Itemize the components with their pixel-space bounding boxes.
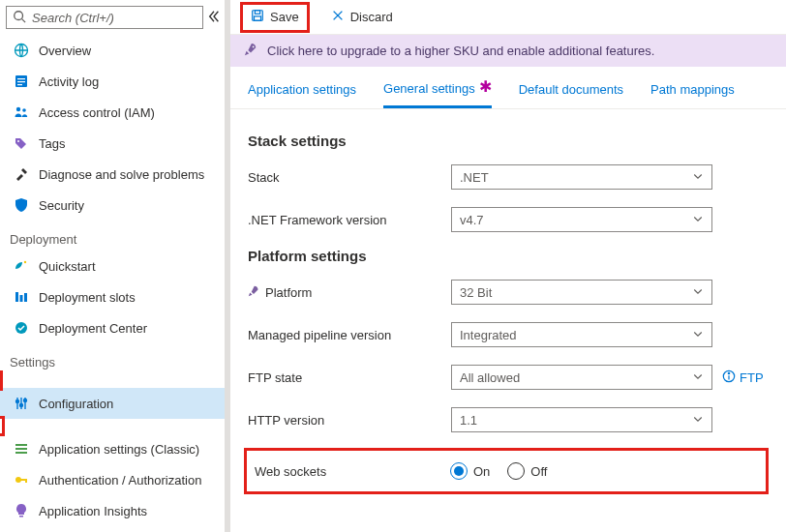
save-label: Save bbox=[270, 10, 299, 24]
select-ftp[interactable]: All allowed bbox=[451, 365, 712, 390]
chevron-down-icon bbox=[692, 370, 704, 385]
sidebar-item-auth[interactable]: Authentication / Authorization bbox=[0, 464, 230, 495]
svg-rect-4 bbox=[17, 78, 25, 79]
quickstart-icon bbox=[14, 258, 29, 274]
svg-point-7 bbox=[16, 107, 20, 111]
svg-line-1 bbox=[22, 18, 26, 22]
sidebar-item-activity-log[interactable]: Activity log bbox=[0, 66, 230, 97]
label-platform: Platform bbox=[265, 285, 312, 300]
sidebar-item-label: Overview bbox=[39, 44, 91, 58]
sidebar-item-label: Application settings (Classic) bbox=[39, 442, 199, 457]
svg-rect-26 bbox=[25, 479, 27, 483]
row-platform: Platform 32 Bit bbox=[248, 278, 769, 307]
svg-rect-11 bbox=[15, 292, 18, 302]
search-input[interactable]: Search (Ctrl+/) bbox=[6, 6, 203, 29]
section-title-stack: Stack settings bbox=[248, 133, 769, 149]
sidebar-item-app-settings-classic[interactable]: Application settings (Classic) bbox=[0, 433, 230, 464]
save-icon bbox=[251, 9, 264, 25]
row-pipeline: Managed pipeline version Integrated bbox=[248, 320, 769, 349]
svg-point-0 bbox=[15, 11, 23, 19]
svg-point-20 bbox=[24, 399, 27, 402]
select-value: 1.1 bbox=[460, 413, 477, 428]
tools-icon bbox=[14, 166, 29, 182]
save-button[interactable]: Save bbox=[243, 5, 307, 30]
row-framework: .NET Framework version v4.7 bbox=[248, 205, 769, 234]
svg-point-8 bbox=[22, 108, 26, 112]
discard-button[interactable]: Discard bbox=[323, 5, 401, 30]
sidebar-item-overview[interactable]: Overview bbox=[0, 35, 230, 66]
svg-point-19 bbox=[20, 404, 23, 407]
row-ftp: FTP state All allowed FTP bbox=[248, 363, 769, 392]
tab-label: Path mappings bbox=[650, 82, 735, 97]
section-title-platform: Platform settings bbox=[248, 248, 769, 264]
select-http[interactable]: 1.1 bbox=[451, 407, 712, 432]
tab-label: General settings bbox=[383, 81, 475, 96]
select-stack[interactable]: .NET bbox=[451, 164, 712, 190]
close-icon bbox=[331, 9, 345, 25]
svg-point-9 bbox=[17, 140, 19, 142]
radio-websockets-off[interactable]: Off bbox=[507, 462, 547, 480]
radio-label: On bbox=[473, 464, 490, 479]
search-placeholder: Search (Ctrl+/) bbox=[32, 11, 114, 25]
select-value: .NET bbox=[460, 170, 489, 185]
key-icon bbox=[14, 472, 29, 488]
svg-rect-12 bbox=[20, 295, 23, 302]
select-value: Integrated bbox=[460, 328, 517, 342]
sidebar-item-deployment-center[interactable]: Deployment Center bbox=[0, 312, 230, 343]
collapse-sidebar-button[interactable] bbox=[203, 10, 225, 26]
main-panel: Save Discard Click here to upgrade to a … bbox=[230, 0, 786, 532]
tab-general-settings[interactable]: General settings✱ bbox=[383, 76, 492, 108]
ftp-info[interactable]: FTP bbox=[722, 369, 764, 386]
svg-point-10 bbox=[24, 261, 26, 263]
sidebar-item-configuration[interactable]: Configuration bbox=[0, 388, 230, 419]
sidebar-item-tags[interactable]: Tags bbox=[0, 128, 230, 159]
label-framework: .NET Framework version bbox=[248, 213, 387, 227]
sidebar-item-label: Diagnose and solve problems bbox=[39, 167, 204, 182]
sidebar-section-settings: Settings bbox=[0, 343, 230, 373]
sidebar-item-label: Access control (IAM) bbox=[39, 105, 155, 120]
tab-label: Application settings bbox=[248, 82, 356, 97]
chevron-down-icon bbox=[692, 170, 704, 185]
select-framework[interactable]: v4.7 bbox=[451, 207, 712, 232]
sidebar-scrollbar[interactable] bbox=[225, 0, 230, 532]
sidebar-item-diagnose[interactable]: Diagnose and solve problems bbox=[0, 159, 230, 190]
log-icon bbox=[14, 74, 29, 89]
svg-point-36 bbox=[728, 372, 729, 373]
rocket-icon bbox=[244, 43, 257, 59]
radio-websockets-on[interactable]: On bbox=[450, 462, 490, 480]
globe-icon bbox=[14, 43, 29, 58]
svg-rect-30 bbox=[255, 16, 261, 20]
select-pipeline[interactable]: Integrated bbox=[451, 322, 712, 347]
svg-point-33 bbox=[253, 46, 255, 48]
sidebar-item-label: Quickstart bbox=[39, 259, 96, 274]
sidebar-item-deployment-slots[interactable]: Deployment slots bbox=[0, 281, 230, 312]
label-ftp: FTP state bbox=[248, 370, 302, 385]
tab-application-settings[interactable]: Application settings bbox=[248, 76, 356, 108]
people-icon bbox=[14, 104, 29, 120]
sidebar-item-label: Security bbox=[39, 198, 84, 213]
sidebar-item-label: Activity log bbox=[39, 74, 99, 89]
discard-label: Discard bbox=[350, 10, 393, 24]
select-value: 32 Bit bbox=[460, 285, 492, 300]
sidebar-item-quickstart[interactable]: Quickstart bbox=[0, 251, 230, 281]
sidebar-item-label: Tags bbox=[39, 136, 65, 151]
sidebar-item-label: Deployment slots bbox=[39, 290, 136, 305]
search-icon bbox=[13, 10, 26, 26]
ftp-info-label: FTP bbox=[740, 370, 764, 385]
row-websockets: Web sockets On Off bbox=[247, 457, 756, 486]
upgrade-banner[interactable]: Click here to upgrade to a higher SKU an… bbox=[230, 35, 786, 67]
tab-default-documents[interactable]: Default documents bbox=[519, 76, 623, 108]
rocket-icon bbox=[248, 285, 259, 300]
shield-icon bbox=[14, 197, 29, 213]
select-value: All allowed bbox=[460, 370, 520, 385]
chevron-down-icon bbox=[692, 328, 704, 342]
info-icon bbox=[722, 369, 736, 386]
sidebar-item-access-control[interactable]: Access control (IAM) bbox=[0, 97, 230, 128]
banner-text: Click here to upgrade to a higher SKU an… bbox=[267, 44, 654, 58]
sidebar-item-security[interactable]: Security bbox=[0, 190, 230, 221]
sidebar-item-app-insights[interactable]: Application Insights bbox=[0, 495, 230, 526]
select-platform[interactable]: 32 Bit bbox=[451, 280, 712, 305]
content: Stack settings Stack .NET .NET Framework… bbox=[230, 109, 786, 514]
tab-path-mappings[interactable]: Path mappings bbox=[650, 76, 735, 108]
tag-icon bbox=[14, 135, 29, 151]
